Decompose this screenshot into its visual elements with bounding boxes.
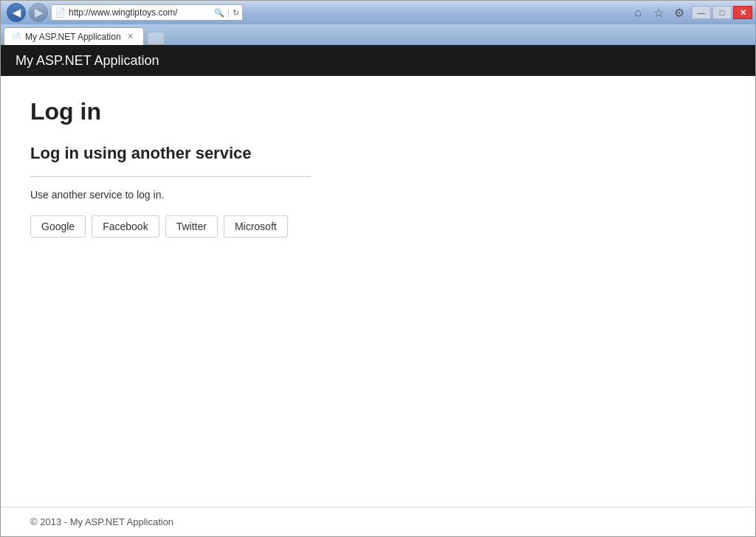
microsoft-button[interactable]: Microsoft [224, 215, 288, 238]
service-buttons-group: Google Facebook Twitter Microsoft [30, 215, 726, 238]
tab-close-icon[interactable]: ✕ [126, 32, 136, 42]
separator: | [227, 8, 230, 17]
toolbar-icons: ⌂ ☆ ⚙ — □ ✕ [630, 4, 752, 21]
back-button[interactable]: ◀ [7, 3, 26, 22]
main-content: Log in Log in using another service Use … [1, 76, 755, 507]
forward-button[interactable]: ▶ [29, 3, 48, 22]
app-navbar: My ASP.NET Application [1, 45, 755, 76]
footer-text: © 2013 - My ASP.NET Application [30, 516, 173, 527]
active-tab[interactable]: 📄 My ASP.NET Application ✕ [4, 27, 144, 45]
maximize-button[interactable]: □ [712, 6, 732, 19]
service-description: Use another service to log in. [30, 189, 726, 201]
facebook-button[interactable]: Facebook [92, 215, 159, 238]
tab-bar: 📄 My ASP.NET Application ✕ [1, 24, 755, 45]
nav-controls: ◀ ▶ 📄 http://www.wingtiptoys.com/ 🔍 | ↻ [7, 3, 243, 22]
tab-favicon: 📄 [12, 32, 21, 41]
browser-window: ◀ ▶ 📄 http://www.wingtiptoys.com/ 🔍 | ↻ … [0, 0, 756, 537]
home-icon[interactable]: ⌂ [630, 4, 646, 21]
divider [30, 176, 311, 177]
section-heading: Log in using another service [30, 143, 726, 164]
twitter-button[interactable]: Twitter [165, 215, 218, 238]
title-bar: ◀ ▶ 📄 http://www.wingtiptoys.com/ 🔍 | ↻ … [1, 1, 755, 24]
google-button[interactable]: Google [30, 215, 86, 238]
footer: © 2013 - My ASP.NET Application [1, 507, 755, 536]
search-icon: 🔍 [214, 8, 224, 18]
close-button[interactable]: ✕ [733, 6, 752, 19]
minimize-button[interactable]: — [692, 6, 711, 19]
page-heading: Log in [30, 98, 726, 125]
app-title: My ASP.NET Application [16, 53, 159, 69]
address-bar[interactable]: 📄 http://www.wingtiptoys.com/ 🔍 | ↻ [51, 4, 243, 21]
favorites-icon[interactable]: ☆ [650, 4, 667, 21]
new-tab-button[interactable] [147, 32, 165, 45]
address-text: http://www.wingtiptoys.com/ [69, 7, 211, 18]
window-controls: — □ ✕ [692, 6, 752, 19]
tab-label: My ASP.NET Application [25, 32, 121, 42]
refresh-icon[interactable]: ↻ [233, 8, 239, 18]
settings-icon[interactable]: ⚙ [671, 4, 687, 21]
address-favicon: 📄 [55, 7, 66, 18]
